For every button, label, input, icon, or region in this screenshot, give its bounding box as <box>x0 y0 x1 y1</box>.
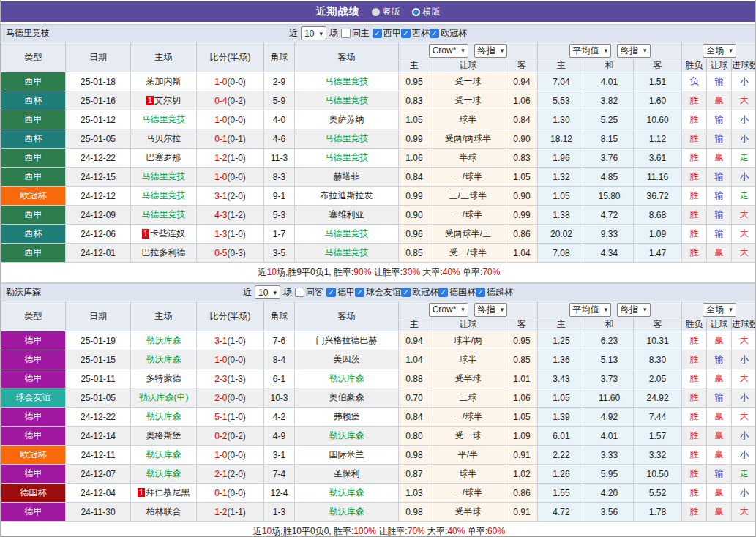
team-link[interactable]: 马德里竞技 <box>142 190 186 200</box>
venue-filter[interactable]: 同客 <box>295 286 323 298</box>
scope-select[interactable]: 全场 ▾ <box>703 303 736 317</box>
checkbox-unchecked-icon[interactable] <box>295 288 304 297</box>
league-filter-球会友谊[interactable]: ✓球会友谊 <box>355 286 401 298</box>
team-link[interactable]: 美因茨 <box>334 354 360 364</box>
team-link[interactable]: 多特蒙德 <box>146 373 181 383</box>
checkbox-checked-icon[interactable]: ✓ <box>355 288 364 297</box>
crow-home-odds: 1.06 <box>399 149 430 168</box>
crow-away-odds: 1.02 <box>506 465 538 484</box>
team-link[interactable]: 弗赖堡 <box>334 411 360 421</box>
checkbox-checked-icon[interactable]: ✓ <box>401 288 411 297</box>
score-cell: 0-1(0-0) <box>197 484 264 503</box>
checkbox-checked-icon[interactable]: ✓ <box>401 29 411 38</box>
odds-stage-select-2[interactable]: 终指 ▾ <box>617 303 651 317</box>
bookmaker-select[interactable]: Crow* ▾ <box>429 44 468 58</box>
radio-icon-horizontal[interactable] <box>412 8 420 16</box>
fulltime-score: 0-1 <box>214 134 227 144</box>
team-link[interactable]: 马德里竞技 <box>142 171 186 181</box>
league-filter-德甲[interactable]: ✓德甲 <box>326 286 355 298</box>
team-link[interactable]: 马德里竞技 <box>325 228 369 239</box>
near-label: 近 <box>243 286 252 298</box>
team-link[interactable]: 马德里竞技 <box>325 76 369 86</box>
venue-filter[interactable]: 同主 <box>341 27 370 40</box>
league-filter-西甲[interactable]: ✓西甲 <box>373 27 401 40</box>
checkbox-checked-icon[interactable]: ✓ <box>373 29 382 38</box>
section-filter-row: 勒沃库森 近 10 ▾ 场 同客 ✓德甲✓球会友谊✓欧冠杯✓德国杯✓德超杯 <box>1 283 755 301</box>
bookmaker-select[interactable]: Crow* ▾ <box>429 303 468 317</box>
team-link[interactable]: 柏林联合 <box>146 506 181 517</box>
odds-stage-select[interactable]: 终指 ▾ <box>474 44 508 58</box>
results-table: 类型 日期 主场 比分(半场) 角球 客场 Crow* ▾ 终指 <box>1 301 756 537</box>
result-goals-cell: 大 <box>732 503 756 522</box>
scope-select[interactable]: 全场 ▾ <box>703 44 736 58</box>
team-link[interactable]: 巴塞罗那 <box>146 152 181 162</box>
date-cell: 25-01-11 <box>66 369 131 388</box>
team-link[interactable]: 马德里竞技 <box>325 95 369 105</box>
date-cell: 25-01-16 <box>66 91 131 110</box>
team-link[interactable]: 奥萨苏纳 <box>329 114 364 124</box>
checkbox-unchecked-icon[interactable] <box>341 29 351 38</box>
team-link[interactable]: 门兴格拉德巴赫 <box>316 335 378 345</box>
team-link[interactable]: 奥伯豪森 <box>329 392 364 402</box>
checkbox-checked-icon[interactable]: ✓ <box>438 288 448 297</box>
team-link[interactable]: 勒沃库森 <box>146 335 181 345</box>
average-select[interactable]: 平均值 ▾ <box>569 44 612 58</box>
team-link[interactable]: 勒沃库森 <box>146 449 181 459</box>
summary-text: 大率: <box>425 526 448 536</box>
team-link[interactable]: 勒沃库森 <box>146 354 181 364</box>
checkbox-checked-icon[interactable]: ✓ <box>430 29 439 38</box>
team-link[interactable]: 马德里竞技 <box>325 152 369 162</box>
team-link[interactable]: 勒沃库森(中) <box>139 392 189 402</box>
odds-stage-select-2[interactable]: 终指 ▾ <box>617 44 651 58</box>
col-crow-home: 主 <box>399 59 430 72</box>
team-link[interactable]: 勒沃库森 <box>329 373 364 383</box>
team-link[interactable]: 马德里竞技 <box>325 133 369 143</box>
team-link[interactable]: 马德里竞技 <box>142 209 186 219</box>
result-wdl-cell: 胜 <box>682 331 707 350</box>
team-link[interactable]: 勒沃库森 <box>329 487 364 497</box>
team-link[interactable]: 马贝尔拉 <box>146 133 181 143</box>
team-link[interactable]: 勒沃库森 <box>329 430 364 440</box>
col-score: 比分(半场) <box>197 301 264 331</box>
team-link[interactable]: 塞维利亚 <box>329 209 364 219</box>
match-row: 西杯25-01-05马贝尔拉0-1(0-1)4-6马德里竞技0.99受两/两球半… <box>1 129 756 149</box>
league-filter-欧冠杯[interactable]: ✓欧冠杯 <box>401 286 438 298</box>
match-row: 德甲24-12-14奥格斯堡0-2(0-2)4-9勒沃库森0.80受一球1.09… <box>1 427 756 446</box>
team-link[interactable]: 巴拉多利德 <box>142 247 186 258</box>
team-link[interactable]: 布拉迪斯拉发 <box>321 190 373 200</box>
team-link[interactable]: 勒沃库森 <box>329 506 364 517</box>
crow-home-odds: 0.80 <box>399 427 430 446</box>
league-type-cell: 德甲 <box>1 350 66 369</box>
match-count-select[interactable]: 10 ▾ <box>301 26 326 40</box>
team-link[interactable]: 卡些连奴 <box>150 228 185 239</box>
match-count-select[interactable]: 10 ▾ <box>255 285 280 299</box>
team-link[interactable]: 马德里竞技 <box>142 114 186 124</box>
checkbox-checked-icon[interactable]: ✓ <box>326 288 336 297</box>
odds-stage-select[interactable]: 终指 ▾ <box>474 303 508 317</box>
team-link[interactable]: 拜仁慕尼黑 <box>146 487 190 497</box>
fulltime-score: 3-1 <box>214 191 227 201</box>
filter-controls: 近 10 ▾ 场 同主 ✓西甲✓西杯✓欧冠杯 <box>289 26 467 40</box>
team-link[interactable]: 圣保利 <box>334 468 360 478</box>
team-link[interactable]: 赫塔菲 <box>334 171 360 181</box>
league-filter-西杯[interactable]: ✓西杯 <box>401 27 430 40</box>
layout-option-horizontal[interactable]: 横版 <box>412 6 441 18</box>
league-filter-德国杯[interactable]: ✓德国杯 <box>438 286 476 298</box>
checkbox-checked-icon[interactable]: ✓ <box>476 288 485 297</box>
team-link[interactable]: 勒沃库森 <box>146 411 181 421</box>
team-link[interactable]: 勒沃库森 <box>146 468 181 478</box>
average-select[interactable]: 平均值 ▾ <box>569 303 612 317</box>
team-link[interactable]: 马德里竞技 <box>325 247 369 258</box>
team-link[interactable]: 艾尔切 <box>154 95 181 105</box>
layout-option-vertical[interactable]: 竖版 <box>372 6 400 18</box>
league-filter-德超杯[interactable]: ✓德超杯 <box>476 286 513 298</box>
avg-odds-group: 平均值 ▾ 终指 ▾ <box>538 301 682 318</box>
league-filter-欧冠杯[interactable]: ✓欧冠杯 <box>430 27 467 40</box>
team-link[interactable]: 莱加内斯 <box>146 76 181 86</box>
corner-cell: 3-5 <box>264 244 295 263</box>
summary-text: 单率: <box>460 267 483 277</box>
radio-icon-vertical[interactable] <box>372 8 380 16</box>
team-link[interactable]: 奥格斯堡 <box>146 430 181 440</box>
halftime-score: (0-0) <box>228 355 246 365</box>
team-link[interactable]: 国际米兰 <box>329 449 364 459</box>
